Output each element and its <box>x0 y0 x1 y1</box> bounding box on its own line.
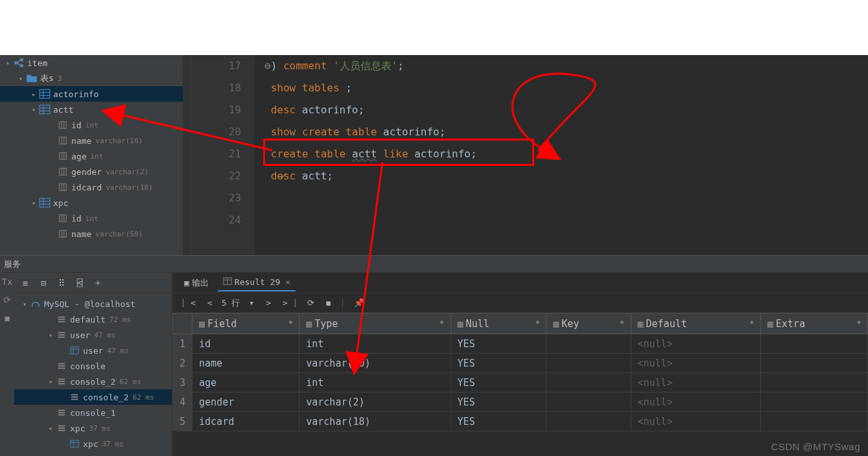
column-header[interactable]: ▦Extra◆ <box>760 314 867 334</box>
table-cell[interactable]: <null> <box>631 373 760 393</box>
column-header[interactable]: ▦Field◆ <box>193 314 299 334</box>
stop-icon[interactable]: ◼ <box>323 298 334 308</box>
table-cell[interactable] <box>546 373 631 393</box>
tree-item-schema[interactable]: ▾ item <box>0 55 183 71</box>
table-cell[interactable]: varchar(10) <box>299 354 451 373</box>
table-cell[interactable]: YES <box>451 393 546 412</box>
tab-output[interactable]: ▣ 输出 <box>179 275 214 291</box>
tree-item-column[interactable]: gendervarchar(2) <box>0 164 183 179</box>
code-line[interactable]: desc actorinfo; <box>264 99 477 121</box>
add-icon[interactable]: ＋ <box>92 277 104 289</box>
dropdown-icon[interactable]: ▾ <box>246 298 257 308</box>
table-cell[interactable]: varchar(2) <box>299 393 451 412</box>
tree-item-column[interactable]: idint <box>0 117 183 133</box>
code-line[interactable] <box>264 209 477 231</box>
sort-icon[interactable]: ◆ <box>288 318 292 325</box>
code-editor[interactable]: 1718192021222324 ⊖) comment '人员信息表'; sho… <box>183 55 868 255</box>
next-page-icon[interactable]: > <box>263 298 274 308</box>
code-line[interactable]: desc actt; <box>264 165 477 187</box>
sort-icon[interactable]: ◆ <box>535 318 539 325</box>
tree-item-column[interactable]: namevarchar(50) <box>0 226 183 242</box>
table-cell[interactable] <box>760 354 867 373</box>
fold-icon[interactable]: ⊖ <box>264 60 271 72</box>
table-cell[interactable] <box>546 393 631 412</box>
filter-icon[interactable]: ⍃ <box>74 278 86 288</box>
expand-icon[interactable]: ≡ <box>19 278 31 288</box>
table-cell[interactable]: id <box>193 334 299 354</box>
editor-code[interactable]: ⊖) comment '人员信息表'; show tables ; desc a… <box>254 55 477 255</box>
refresh-icon[interactable]: ⟳ <box>3 295 11 305</box>
grid-icon[interactable]: ⠿ <box>56 278 67 288</box>
tree-item-table-actt[interactable]: ▾ actt <box>0 102 183 117</box>
code-line[interactable]: show tables ; <box>264 77 477 99</box>
table-cell[interactable] <box>760 373 867 393</box>
svc-item[interactable]: console_262 ms <box>14 389 172 405</box>
svc-item[interactable]: user47 ms <box>14 343 172 358</box>
code-line[interactable]: ⊖) comment '人员信息表'; <box>264 55 477 77</box>
table-cell[interactable]: YES <box>451 412 546 431</box>
database-tree-sidebar[interactable]: ▾ item ▾ 表s 3 ▸ actorinfo ▾ actt idintna… <box>0 55 183 255</box>
tree-item-table-actorinfo[interactable]: ▸ actorinfo <box>0 86 183 102</box>
table-cell[interactable]: <null> <box>631 354 760 373</box>
table-cell[interactable]: name <box>193 354 299 373</box>
sort-icon[interactable]: ◆ <box>440 318 444 325</box>
table-cell[interactable] <box>546 354 631 373</box>
table-cell[interactable]: int <box>299 334 451 354</box>
svc-datasource[interactable]: ▾ MySQL - @localhost <box>14 296 172 312</box>
tree-item-column[interactable]: ageint <box>0 148 183 164</box>
tree-item-tables-group[interactable]: ▾ 表s 3 <box>0 71 183 86</box>
table-cell[interactable] <box>760 393 867 412</box>
sort-icon[interactable]: ◆ <box>857 318 861 325</box>
table-row[interactable]: 5idcardvarchar(18)YES<null> <box>173 412 868 431</box>
collapse-icon[interactable]: ⊟ <box>38 278 49 288</box>
table-cell[interactable]: int <box>299 373 451 393</box>
svc-item[interactable]: default72 ms <box>14 312 172 327</box>
table-row[interactable]: 4gendervarchar(2)YES<null> <box>173 393 868 412</box>
tab-result[interactable]: Result 29 × <box>218 274 296 291</box>
table-cell[interactable]: idcard <box>193 412 299 431</box>
table-cell[interactable]: YES <box>451 354 546 373</box>
table-row[interactable]: 1idintYES<null> <box>173 334 868 354</box>
code-line[interactable]: show create table actorinfo; <box>264 121 477 143</box>
table-cell[interactable] <box>546 334 631 354</box>
table-cell[interactable]: <null> <box>631 412 760 431</box>
table-cell[interactable]: YES <box>451 334 546 354</box>
column-header[interactable]: ▦Null◆ <box>451 314 546 334</box>
tx-icon[interactable]: Tx <box>2 277 13 287</box>
svc-item[interactable]: console <box>14 358 172 374</box>
sort-icon[interactable]: ◆ <box>620 318 624 325</box>
table-cell[interactable] <box>760 334 867 354</box>
table-row[interactable]: 3ageintYES<null> <box>173 373 868 393</box>
services-tree-panel[interactable]: ≡ ⊟ ⠿ ⍃ ＋ ▾ MySQL - @localhost default72… <box>14 273 172 456</box>
tree-item-column[interactable]: idint <box>0 211 183 226</box>
svc-item[interactable]: ▾xpc37 ms <box>14 420 172 436</box>
column-header[interactable]: ▦Default◆ <box>631 314 760 334</box>
sort-icon[interactable]: ◆ <box>750 318 754 325</box>
column-header[interactable]: ▦Key◆ <box>546 314 631 334</box>
table-cell[interactable]: age <box>193 373 299 393</box>
table-row[interactable]: 2namevarchar(10)YES<null> <box>173 354 868 373</box>
table-cell[interactable] <box>760 412 867 431</box>
prev-page-icon[interactable]: < <box>205 298 215 308</box>
first-page-icon[interactable]: ⎸< <box>180 298 198 308</box>
tree-item-column[interactable]: namevarchar(10) <box>0 133 183 148</box>
code-line[interactable]: create table actt like actorinfo; <box>264 143 477 165</box>
pin-icon[interactable]: 📌 <box>351 298 367 308</box>
column-header[interactable]: ▦Type◆ <box>299 314 451 334</box>
close-icon[interactable]: × <box>285 277 290 287</box>
svc-item[interactable]: ▾user47 ms <box>14 327 172 343</box>
svc-item[interactable]: console_1 <box>14 405 172 420</box>
result-table[interactable]: ▦Field◆▦Type◆▦Null◆▦Key◆▦Default◆▦Extra◆… <box>172 313 868 431</box>
services-panel-header[interactable]: 服务 <box>0 255 868 273</box>
table-cell[interactable]: YES <box>451 373 546 393</box>
stop-icon[interactable]: ◼ <box>5 313 10 323</box>
table-cell[interactable]: gender <box>193 393 299 412</box>
table-cell[interactable]: <null> <box>631 334 760 354</box>
table-cell[interactable] <box>546 412 631 431</box>
table-cell[interactable]: varchar(18) <box>299 412 451 431</box>
svc-item[interactable]: ▾console_262 ms <box>14 374 172 389</box>
tree-item-table-xpc[interactable]: ▾ xpc <box>0 195 183 211</box>
last-page-icon[interactable]: >⎹ <box>280 298 298 308</box>
reload-icon[interactable]: ⟳ <box>305 298 317 308</box>
tree-item-column[interactable]: idcardvarchar(18) <box>0 179 183 195</box>
